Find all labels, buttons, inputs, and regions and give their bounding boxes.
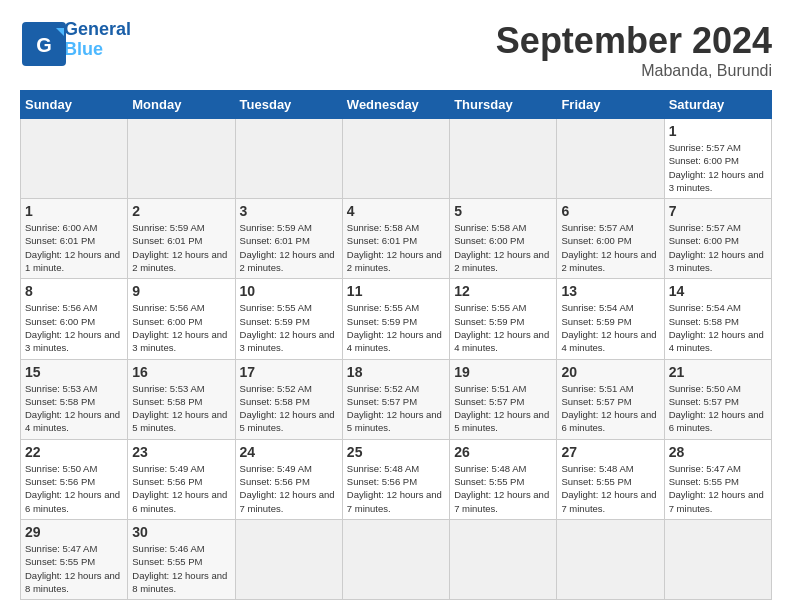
day-number: 29	[25, 524, 123, 540]
title-section: September 2024 Mabanda, Burundi	[496, 20, 772, 80]
day-number: 19	[454, 364, 552, 380]
calendar-cell	[235, 519, 342, 599]
calendar-cell: 27 Sunrise: 5:48 AM Sunset: 5:55 PM Dayl…	[557, 439, 664, 519]
day-number: 10	[240, 283, 338, 299]
day-info: Sunrise: 5:49 AM Sunset: 5:56 PM Dayligh…	[240, 462, 338, 515]
calendar-cell: 1 Sunrise: 5:57 AM Sunset: 6:00 PM Dayli…	[664, 119, 771, 199]
calendar-cell	[557, 119, 664, 199]
calendar-cell	[21, 119, 128, 199]
day-number: 30	[132, 524, 230, 540]
calendar-header-row: SundayMondayTuesdayWednesdayThursdayFrid…	[21, 91, 772, 119]
day-info: Sunrise: 5:51 AM Sunset: 5:57 PM Dayligh…	[561, 382, 659, 435]
page-header: G General Blue September 2024 Mabanda, B…	[20, 20, 772, 80]
day-info: Sunrise: 5:58 AM Sunset: 6:01 PM Dayligh…	[347, 221, 445, 274]
day-info: Sunrise: 5:55 AM Sunset: 5:59 PM Dayligh…	[240, 301, 338, 354]
header-tuesday: Tuesday	[235, 91, 342, 119]
day-info: Sunrise: 5:55 AM Sunset: 5:59 PM Dayligh…	[347, 301, 445, 354]
logo-icon: G	[20, 20, 60, 60]
day-info: Sunrise: 5:52 AM Sunset: 5:57 PM Dayligh…	[347, 382, 445, 435]
day-info: Sunrise: 6:00 AM Sunset: 6:01 PM Dayligh…	[25, 221, 123, 274]
day-number: 1	[669, 123, 767, 139]
calendar-cell: 15 Sunrise: 5:53 AM Sunset: 5:58 PM Dayl…	[21, 359, 128, 439]
day-info: Sunrise: 5:48 AM Sunset: 5:55 PM Dayligh…	[454, 462, 552, 515]
calendar-cell: 14 Sunrise: 5:54 AM Sunset: 5:58 PM Dayl…	[664, 279, 771, 359]
day-info: Sunrise: 5:55 AM Sunset: 5:59 PM Dayligh…	[454, 301, 552, 354]
calendar-cell	[342, 519, 449, 599]
calendar-cell	[664, 519, 771, 599]
day-number: 18	[347, 364, 445, 380]
header-thursday: Thursday	[450, 91, 557, 119]
day-info: Sunrise: 5:57 AM Sunset: 6:00 PM Dayligh…	[669, 221, 767, 274]
day-info: Sunrise: 5:46 AM Sunset: 5:55 PM Dayligh…	[132, 542, 230, 595]
header-wednesday: Wednesday	[342, 91, 449, 119]
day-number: 24	[240, 444, 338, 460]
day-info: Sunrise: 5:52 AM Sunset: 5:58 PM Dayligh…	[240, 382, 338, 435]
day-number: 8	[25, 283, 123, 299]
day-number: 27	[561, 444, 659, 460]
header-saturday: Saturday	[664, 91, 771, 119]
logo-text-blue: Blue	[64, 40, 131, 60]
header-sunday: Sunday	[21, 91, 128, 119]
calendar-cell: 18 Sunrise: 5:52 AM Sunset: 5:57 PM Dayl…	[342, 359, 449, 439]
day-number: 16	[132, 364, 230, 380]
calendar-cell: 4 Sunrise: 5:58 AM Sunset: 6:01 PM Dayli…	[342, 199, 449, 279]
calendar-cell: 10 Sunrise: 5:55 AM Sunset: 5:59 PM Dayl…	[235, 279, 342, 359]
calendar-cell: 17 Sunrise: 5:52 AM Sunset: 5:58 PM Dayl…	[235, 359, 342, 439]
day-info: Sunrise: 5:59 AM Sunset: 6:01 PM Dayligh…	[240, 221, 338, 274]
day-number: 28	[669, 444, 767, 460]
day-info: Sunrise: 5:50 AM Sunset: 5:57 PM Dayligh…	[669, 382, 767, 435]
calendar-cell: 7 Sunrise: 5:57 AM Sunset: 6:00 PM Dayli…	[664, 199, 771, 279]
day-number: 11	[347, 283, 445, 299]
calendar-cell: 9 Sunrise: 5:56 AM Sunset: 6:00 PM Dayli…	[128, 279, 235, 359]
day-info: Sunrise: 5:50 AM Sunset: 5:56 PM Dayligh…	[25, 462, 123, 515]
day-info: Sunrise: 5:58 AM Sunset: 6:00 PM Dayligh…	[454, 221, 552, 274]
calendar-cell: 23 Sunrise: 5:49 AM Sunset: 5:56 PM Dayl…	[128, 439, 235, 519]
day-number: 7	[669, 203, 767, 219]
day-info: Sunrise: 5:54 AM Sunset: 5:58 PM Dayligh…	[669, 301, 767, 354]
calendar-cell: 16 Sunrise: 5:53 AM Sunset: 5:58 PM Dayl…	[128, 359, 235, 439]
day-number: 4	[347, 203, 445, 219]
calendar-cell: 25 Sunrise: 5:48 AM Sunset: 5:56 PM Dayl…	[342, 439, 449, 519]
calendar-cell	[235, 119, 342, 199]
day-info: Sunrise: 5:47 AM Sunset: 5:55 PM Dayligh…	[669, 462, 767, 515]
calendar-cell: 12 Sunrise: 5:55 AM Sunset: 5:59 PM Dayl…	[450, 279, 557, 359]
day-number: 21	[669, 364, 767, 380]
calendar-cell: 3 Sunrise: 5:59 AM Sunset: 6:01 PM Dayli…	[235, 199, 342, 279]
svg-text:G: G	[36, 34, 52, 56]
day-number: 20	[561, 364, 659, 380]
day-info: Sunrise: 5:57 AM Sunset: 6:00 PM Dayligh…	[561, 221, 659, 274]
day-info: Sunrise: 5:53 AM Sunset: 5:58 PM Dayligh…	[25, 382, 123, 435]
calendar-cell	[450, 119, 557, 199]
day-number: 13	[561, 283, 659, 299]
calendar-cell: 2 Sunrise: 5:59 AM Sunset: 6:01 PM Dayli…	[128, 199, 235, 279]
calendar-cell	[128, 119, 235, 199]
day-number: 26	[454, 444, 552, 460]
calendar-cell: 6 Sunrise: 5:57 AM Sunset: 6:00 PM Dayli…	[557, 199, 664, 279]
day-number: 1	[25, 203, 123, 219]
calendar-cell: 1 Sunrise: 6:00 AM Sunset: 6:01 PM Dayli…	[21, 199, 128, 279]
day-info: Sunrise: 5:56 AM Sunset: 6:00 PM Dayligh…	[132, 301, 230, 354]
day-number: 2	[132, 203, 230, 219]
day-info: Sunrise: 5:47 AM Sunset: 5:55 PM Dayligh…	[25, 542, 123, 595]
day-number: 12	[454, 283, 552, 299]
day-info: Sunrise: 5:53 AM Sunset: 5:58 PM Dayligh…	[132, 382, 230, 435]
day-info: Sunrise: 5:59 AM Sunset: 6:01 PM Dayligh…	[132, 221, 230, 274]
day-number: 6	[561, 203, 659, 219]
day-info: Sunrise: 5:54 AM Sunset: 5:59 PM Dayligh…	[561, 301, 659, 354]
day-number: 23	[132, 444, 230, 460]
day-number: 25	[347, 444, 445, 460]
logo: G General Blue	[20, 20, 131, 60]
calendar-table: SundayMondayTuesdayWednesdayThursdayFrid…	[20, 90, 772, 600]
calendar-cell: 26 Sunrise: 5:48 AM Sunset: 5:55 PM Dayl…	[450, 439, 557, 519]
location-title: Mabanda, Burundi	[496, 62, 772, 80]
header-friday: Friday	[557, 91, 664, 119]
calendar-cell: 29 Sunrise: 5:47 AM Sunset: 5:55 PM Dayl…	[21, 519, 128, 599]
day-info: Sunrise: 5:56 AM Sunset: 6:00 PM Dayligh…	[25, 301, 123, 354]
day-info: Sunrise: 5:48 AM Sunset: 5:55 PM Dayligh…	[561, 462, 659, 515]
calendar-cell: 24 Sunrise: 5:49 AM Sunset: 5:56 PM Dayl…	[235, 439, 342, 519]
day-info: Sunrise: 5:51 AM Sunset: 5:57 PM Dayligh…	[454, 382, 552, 435]
calendar-cell	[557, 519, 664, 599]
day-number: 15	[25, 364, 123, 380]
day-number: 5	[454, 203, 552, 219]
calendar-cell: 13 Sunrise: 5:54 AM Sunset: 5:59 PM Dayl…	[557, 279, 664, 359]
